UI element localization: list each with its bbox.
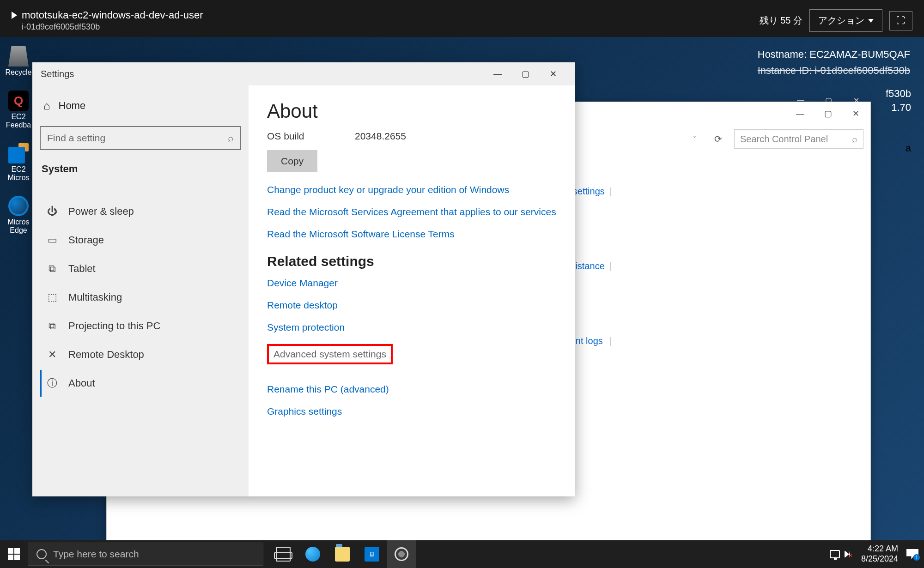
power-icon: ⏻ <box>46 205 58 218</box>
sidebar-item-storage[interactable]: ▭ Storage <box>40 227 241 254</box>
system-tray: ✕ 4:22 AM 8/25/2024 1 <box>830 544 924 564</box>
copy-button[interactable]: Copy <box>267 150 317 172</box>
link-advanced-system-settings[interactable]: Advanced system settings <box>267 344 393 364</box>
link-system-protection[interactable]: System protection <box>267 322 557 333</box>
search-icon: ⌕ <box>228 133 234 144</box>
taskbar-system-info[interactable]: 🖥 <box>358 540 386 568</box>
monitor-icon[interactable] <box>830 550 840 558</box>
link-graphics-settings[interactable]: Graphics settings <box>267 406 557 417</box>
sidebar-category-system: System <box>40 163 241 175</box>
link-license-terms[interactable]: Read the Microsoft Software License Term… <box>267 229 557 240</box>
taskbar-edge[interactable] <box>298 540 327 568</box>
edge-desktop-icon[interactable]: Micros Edge <box>6 196 31 235</box>
search-icon <box>36 549 47 559</box>
link-remote-desktop[interactable]: Remote desktop <box>267 300 557 311</box>
settings-main-panel: About OS build 20348.2655 Copy Change pr… <box>249 85 575 496</box>
desktop-icons: Recycle Q EC2 Feedba EC2 Micros Micros E… <box>6 46 31 235</box>
action-dropdown-button[interactable]: アクション <box>809 9 882 32</box>
search-icon: ⌕ <box>852 134 857 145</box>
task-view-button[interactable] <box>269 540 298 568</box>
projecting-icon: ⧉ <box>46 320 58 332</box>
sidebar-home[interactable]: ⌂ Home <box>40 95 241 117</box>
partial-letter-a: a <box>906 142 911 154</box>
partial-text-530b: f530b <box>886 88 911 100</box>
maximize-button[interactable]: ▢ <box>511 65 539 83</box>
desktop[interactable]: Hostname: EC2AMAZ-BUM5QAF Instance ID: i… <box>0 37 924 540</box>
session-title: mototsuka-ec2-windows-ad-dev-ad-user <box>22 9 203 21</box>
os-build-row: OS build 20348.2655 <box>267 131 557 142</box>
related-settings-heading: Related settings <box>267 254 557 269</box>
link-device-manager[interactable]: Device Manager <box>267 278 557 289</box>
taskbar-settings[interactable] <box>387 540 416 568</box>
taskbar: Type here to search 🖥 ✕ 4:22 AM 8/25/202… <box>0 540 924 568</box>
about-heading: About <box>267 100 557 122</box>
session-instance-id: i-01d9cef6005df530b <box>22 22 203 32</box>
taskbar-search[interactable]: Type here to search <box>28 543 263 566</box>
close-button[interactable]: ✕ <box>539 65 567 83</box>
sidebar-item-projecting[interactable]: ⧉ Projecting to this PC <box>40 313 241 339</box>
info-icon: ⓘ <box>46 377 58 389</box>
recycle-bin-icon[interactable]: Recycle <box>6 46 31 77</box>
sidebar-item-tablet[interactable]: ⧉ Tablet <box>40 255 241 282</box>
control-panel-search[interactable]: Search Control Panel ⌕ <box>734 129 863 149</box>
tray-clock[interactable]: 4:22 AM 8/25/2024 <box>861 544 898 564</box>
minimize-button[interactable]: — <box>484 65 511 83</box>
windows-logo-icon <box>8 548 20 560</box>
multitasking-icon: ⬚ <box>46 291 58 303</box>
volume-muted-icon[interactable]: ✕ <box>845 550 853 559</box>
ec2-microsoft-icon[interactable]: EC2 Micros <box>6 143 31 182</box>
settings-window-title: Settings <box>41 69 484 79</box>
storage-icon: ▭ <box>46 234 58 246</box>
version-partial: 1.70 <box>891 102 911 114</box>
os-build-value: 20348.2655 <box>355 131 406 142</box>
minimize-icon[interactable]: — <box>786 105 814 122</box>
close-icon[interactable]: ✕ <box>842 105 869 122</box>
taskbar-file-explorer[interactable] <box>328 540 357 568</box>
caret-down-icon <box>868 19 874 23</box>
link-rename-pc[interactable]: Rename this PC (advanced) <box>267 384 557 395</box>
fullscreen-button[interactable]: ⛶ <box>889 11 912 30</box>
sidebar-item-about[interactable]: ⓘ About <box>40 370 241 397</box>
ec2-feedback-icon[interactable]: Q EC2 Feedba <box>6 91 31 129</box>
play-icon <box>12 12 17 19</box>
sidebar-item-remote-desktop[interactable]: ✕ Remote Desktop <box>40 341 241 368</box>
settings-titlebar: Settings — ▢ ✕ <box>32 62 575 85</box>
settings-window[interactable]: Settings — ▢ ✕ ⌂ Home Find a setting ⌕ S… <box>32 62 575 496</box>
maximize-icon[interactable]: ▢ <box>814 105 842 122</box>
start-button[interactable] <box>0 540 28 568</box>
home-icon: ⌂ <box>43 99 50 112</box>
link-change-product-key[interactable]: Change product key or upgrade your editi… <box>267 184 557 195</box>
gear-icon <box>395 547 408 561</box>
instance-id-line: Instance ID: i-01d9cef6005df530b <box>758 62 910 79</box>
notification-badge: 1 <box>913 554 920 561</box>
remote-desktop-icon: ✕ <box>46 349 58 361</box>
link-services-agreement[interactable]: Read the Microsoft Services Agreement th… <box>267 206 557 218</box>
notification-center-button[interactable]: 1 <box>906 549 918 559</box>
remaining-time: 残り 55 分 <box>760 14 802 27</box>
hostname-line: Hostname: EC2AMAZ-BUM5QAF <box>758 46 910 62</box>
sidebar-item-power-sleep[interactable]: ⏻ Power & sleep <box>40 198 241 225</box>
chevron-down-icon[interactable]: ˅ <box>687 135 702 143</box>
settings-sidebar: ⌂ Home Find a setting ⌕ System ⏻ Power &… <box>32 85 249 496</box>
sidebar-item-multitasking[interactable]: ⬚ Multitasking <box>40 284 241 311</box>
session-header: mototsuka-ec2-windows-ad-dev-ad-user i-0… <box>0 0 924 37</box>
desktop-overlay-info: Hostname: EC2AMAZ-BUM5QAF Instance ID: i… <box>758 46 910 79</box>
refresh-button[interactable]: ⟳ <box>709 130 727 148</box>
tablet-icon: ⧉ <box>46 263 58 275</box>
settings-search-input[interactable]: Find a setting ⌕ <box>40 126 241 150</box>
